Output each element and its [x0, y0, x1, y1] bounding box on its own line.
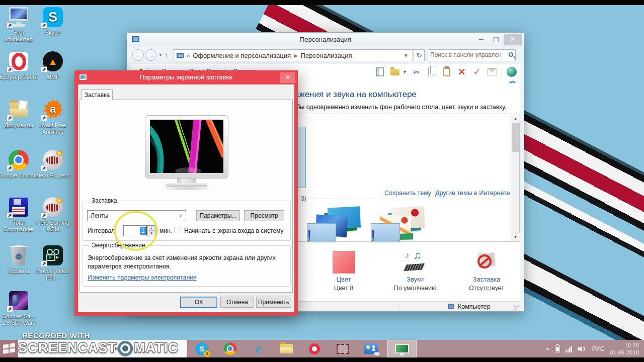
address-dropdown-icon[interactable]: ▼: [404, 53, 413, 58]
breadcrumb-root[interactable]: Оформление и персонализация: [193, 52, 291, 59]
scrollbar-thumb[interactable]: [512, 123, 519, 152]
screensaver-group: Заставка Ленты ∨ Параметры... Просмотр И…: [83, 201, 291, 241]
power-settings-link[interactable]: Изменить параметры электропитания: [88, 274, 197, 281]
taskbar-personalization-active[interactable]: [387, 340, 417, 357]
network-signal-icon[interactable]: [566, 345, 572, 352]
logon-checkbox[interactable]: [175, 227, 181, 233]
copy-icon[interactable]: [426, 66, 437, 78]
scroll-up-icon[interactable]: ▲: [511, 114, 520, 123]
paste-icon[interactable]: [441, 66, 452, 78]
item-title[interactable]: Заставка: [454, 276, 519, 283]
breadcrumb-current[interactable]: Персонализация: [301, 52, 352, 59]
more-themes-link[interactable]: Другие темы в Интернете: [435, 190, 510, 197]
theme-flowers[interactable]: [371, 208, 431, 243]
address-bar[interactable]: « Оформление и персонализация ▶ Персонал…: [174, 49, 413, 61]
dialog-titlebar[interactable]: Параметры экранной заставки: [74, 70, 298, 84]
taskbar-button-label: мпьютере: [115, 344, 145, 352]
shortcut-arrow-icon: ↗: [7, 115, 13, 121]
delete-icon[interactable]: ✕: [456, 66, 467, 78]
spin-down-icon[interactable]: ▼: [148, 231, 155, 236]
interval-spinner[interactable]: 1 ▲ ▼: [123, 225, 155, 236]
scroll-down-icon[interactable]: ▼: [511, 233, 520, 241]
close-button[interactable]: ✕: [504, 34, 522, 45]
theme-windows[interactable]: [307, 208, 367, 243]
item-title[interactable]: Цвет: [311, 276, 376, 283]
cut-icon[interactable]: ✂: [411, 66, 422, 78]
taskbar-snipping-tool[interactable]: [329, 340, 356, 357]
desktop-icon-nero-express[interactable]: ↗ Nero Express: [32, 149, 73, 179]
desktop-icon-this-pc[interactable]: ↗ Этот компьютер: [0, 6, 38, 43]
tab-screensaver[interactable]: Заставка: [82, 89, 113, 100]
total-commander-icon: ↗: [8, 196, 30, 218]
check-icon[interactable]: ✓: [471, 66, 482, 78]
taskbar-display-settings[interactable]: [357, 340, 384, 357]
theme-list-scrollbar[interactable]: ▲ ▼: [511, 114, 519, 241]
sounds-item[interactable]: ♪♫ Звуки По умолчанию: [382, 251, 448, 291]
search-icon[interactable]: [509, 52, 513, 57]
taskbar-internet-explorer[interactable]: e: [245, 340, 272, 357]
screensaver-item[interactable]: Заставка Отсутствует: [454, 251, 519, 291]
preview-button[interactable]: Просмотр: [244, 210, 284, 221]
open-window-taskbar-button[interactable]: мпьютере: [18, 340, 187, 357]
toolbar-chevron-icon[interactable]: ▼: [403, 69, 407, 74]
volume-icon[interactable]: [578, 345, 586, 352]
hidden-icons-chevron[interactable]: ▲: [545, 346, 549, 351]
mail-icon[interactable]: [487, 66, 498, 78]
item-title[interactable]: Звуки: [382, 276, 448, 283]
shortcut-arrow-icon: ↗: [41, 115, 47, 121]
selection-marquee-icon: [337, 344, 349, 354]
dropdown-caret-icon: ∨: [179, 211, 182, 221]
minimize-button[interactable]: ─: [473, 34, 489, 45]
back-button[interactable]: ←: [132, 49, 144, 61]
refresh-button[interactable]: ↻: [414, 49, 425, 61]
resize-grip[interactable]: [514, 305, 520, 311]
shortcut-arrow-icon: ↗: [41, 165, 47, 171]
language-indicator[interactable]: РУС: [592, 345, 604, 352]
color-item[interactable]: Цвет Цвет 8: [311, 251, 376, 291]
apply-button[interactable]: Применить: [256, 297, 291, 308]
battery-icon[interactable]: [555, 345, 560, 352]
start-button[interactable]: [0, 340, 18, 357]
interval-unit: мин.: [159, 227, 172, 234]
globe-icon[interactable]: [506, 66, 517, 78]
forward-button[interactable]: →: [145, 49, 156, 61]
desktop-icon-recycle-bin[interactable]: Корзина: [0, 244, 38, 275]
spinner-buttons[interactable]: ▲ ▼: [147, 226, 155, 236]
desktop: ↗ Этот компьютер ↗ Skype ↗ Браузер Opera…: [0, 0, 644, 362]
desktop-icon-opera[interactable]: ↗ Браузер Opera: [0, 50, 38, 80]
desktop-icon-nero-burning-rom[interactable]: ↗ Nero Burning ROM: [32, 196, 73, 233]
desktop-icon-movavi[interactable]: ↗ Movavi Video Edit...: [33, 244, 72, 281]
desktop-icon-counter-strike[interactable]: ↗ Counter-Str... 1.6 Star Wars: [0, 290, 38, 326]
screensaver-dropdown[interactable]: Ленты ∨: [87, 210, 186, 221]
folder-icon: [280, 344, 293, 353]
desktop-icon-aimp[interactable]: ↗ AIMP: [33, 50, 72, 80]
taskbar-skype[interactable]: S1: [188, 340, 215, 357]
taskbar-chrome[interactable]: [216, 340, 244, 357]
taskbar-file-explorer[interactable]: [273, 340, 300, 357]
power-group: Энергосбережение Энергосбережение за сче…: [83, 245, 291, 287]
dialog-close-button[interactable]: ✕: [280, 72, 295, 83]
up-button[interactable]: ↑: [165, 51, 168, 59]
recent-pages-chevron-icon[interactable]: ▼: [158, 53, 163, 57]
window-titlebar[interactable]: Персонализация ─ ▢ ✕: [127, 33, 524, 47]
ok-button[interactable]: ОК: [180, 297, 217, 308]
cancel-button[interactable]: Отмена: [220, 297, 254, 308]
taskbar-opera[interactable]: [301, 340, 328, 357]
desktop-icon-skype[interactable]: ↗ Skype: [33, 6, 72, 36]
search-input[interactable]: [428, 50, 504, 60]
item-subtitle: По умолчанию: [382, 285, 448, 291]
new-folder-icon[interactable]: [389, 66, 400, 78]
desktop-icon-documents[interactable]: ↗ Документы: [0, 99, 38, 129]
shortcut-arrow-icon: ↗: [7, 165, 13, 171]
settings-button[interactable]: Параметры...: [196, 210, 240, 221]
icon-label: Браузер Opera: [0, 74, 38, 80]
spin-up-icon[interactable]: ▲: [148, 226, 155, 231]
save-theme-link[interactable]: Сохранить тему: [384, 190, 431, 197]
clock[interactable]: 16:20 01.06.2018: [610, 342, 639, 356]
search-box[interactable]: [428, 49, 516, 61]
interval-value[interactable]: 1: [140, 227, 146, 235]
maximize-button[interactable]: ▢: [489, 34, 504, 45]
logon-checkbox-label[interactable]: Начинать с экрана входа в систему: [184, 227, 283, 234]
desktop-icon-avast[interactable]: ↗ Avast Free Antivirus: [33, 99, 72, 135]
preview-pane-icon[interactable]: [374, 66, 385, 78]
